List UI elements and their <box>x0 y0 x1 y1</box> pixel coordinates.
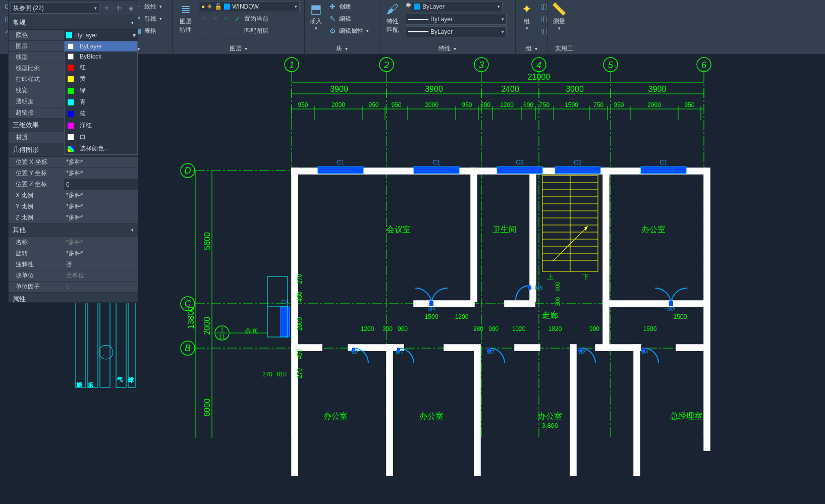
layer-panel-title: 图层 <box>230 45 242 52</box>
svg-text:13800: 13800 <box>187 307 195 329</box>
svg-text:3000: 3000 <box>566 85 584 93</box>
matchprops-button[interactable]: 🖌特性 匹配 <box>381 1 404 35</box>
ltype-dropdown[interactable]: ByLayer▾ <box>406 14 507 25</box>
svg-text:会议室: 会议室 <box>387 225 411 234</box>
svg-text:乐: 乐 <box>88 382 94 388</box>
color-option-选择颜色...[interactable]: 选择颜色... <box>65 143 137 154</box>
value-posz[interactable]: 0 <box>64 179 138 190</box>
svg-text:6000: 6000 <box>203 399 211 417</box>
value-blockunit: 无单位 <box>64 270 138 281</box>
ribbon-panel-layer: ≣图层 特性 ● ☀ 🔓 WINDOW ▾ ≣≣≣✓置为当前 ≣≣≣≣匹配图层 … <box>173 0 305 54</box>
svg-text:2000: 2000 <box>332 101 345 108</box>
lweight-dropdown[interactable]: ByLayer▾ <box>406 26 507 37</box>
color-dropdown[interactable]: ByLayer▾ <box>412 1 503 12</box>
layerprops-button[interactable]: ≣图层 特性 <box>175 1 197 35</box>
edit-button[interactable]: ✎编辑 <box>327 13 370 24</box>
svg-text:M4: M4 <box>427 306 435 312</box>
value-scalex[interactable]: *多种* <box>64 190 138 201</box>
group-ext1[interactable]: ◫ <box>538 1 549 12</box>
layer-dropdown[interactable]: ● ☀ 🔓 WINDOW ▾ <box>199 1 300 12</box>
group-ext2[interactable]: ◫ <box>538 13 549 24</box>
color-option-ByBlock[interactable]: ByBlock <box>65 51 137 62</box>
props-tool-3[interactable]: ◈ <box>126 3 136 13</box>
color-option-青[interactable]: 青 <box>65 96 137 108</box>
value-scaley[interactable]: *多种* <box>64 201 138 212</box>
svg-text:球: 球 <box>129 377 134 383</box>
properties-panel: 块参照 (22)▾ ✧ ✢ ◈ 常规▾ 颜色 ByLayer▾ ByLayerB… <box>8 0 138 303</box>
colorwheel-icon[interactable]: ◉ <box>406 1 411 12</box>
selection-dropdown[interactable]: 块参照 (22)▾ <box>11 3 99 14</box>
svg-text:950: 950 <box>614 101 624 108</box>
svg-rect-82 <box>515 345 540 351</box>
props-tool-2[interactable]: ✢ <box>114 3 124 13</box>
svg-text:M2: M2 <box>577 349 585 355</box>
color-option-蓝[interactable]: 蓝 <box>65 108 137 120</box>
group-general[interactable]: 常规▾ <box>9 16 138 30</box>
svg-text:900: 900 <box>488 325 499 332</box>
svg-text:走廊: 走廊 <box>542 311 558 319</box>
svg-rect-77 <box>603 168 609 345</box>
value-color[interactable]: ByLayer▾ ByLayerByBlock红黄绿青蓝洋红白选择颜色... <box>64 30 138 40</box>
create-button[interactable]: ✚创建 <box>327 1 370 12</box>
svg-rect-86 <box>505 301 535 307</box>
svg-text:6: 6 <box>701 60 707 70</box>
svg-text:4: 4 <box>536 60 541 70</box>
color-option-ByLayer[interactable]: ByLayer <box>65 41 137 51</box>
measure-icon: 📏 <box>552 2 566 16</box>
setcurrent-button[interactable]: ≣≣≣✓置为当前 <box>199 13 302 24</box>
insert-button[interactable]: ⬒插入▾ <box>307 1 325 32</box>
svg-text:M2: M2 <box>667 306 675 312</box>
color-option-洋红[interactable]: 洋红 <box>65 120 137 131</box>
color-option-绿[interactable]: 绿 <box>65 85 137 96</box>
svg-rect-85 <box>414 301 474 307</box>
svg-rect-84 <box>676 345 706 351</box>
svg-text:810: 810 <box>277 371 287 378</box>
svg-text:D: D <box>185 165 191 176</box>
group-misc[interactable]: 其他▾ <box>9 223 138 237</box>
svg-text:270: 270 <box>296 368 303 378</box>
svg-text:办公室: 办公室 <box>538 412 562 420</box>
svg-rect-119 <box>528 286 531 290</box>
group-ext3[interactable]: ◫ <box>538 25 549 36</box>
svg-text:1500: 1500 <box>643 325 657 332</box>
svg-text:900: 900 <box>398 325 408 332</box>
svg-rect-93 <box>318 166 363 174</box>
value-scalez[interactable]: *多种* <box>64 212 138 223</box>
insert-icon: ⬒ <box>309 2 323 16</box>
props-panel-title: 特性 <box>438 45 451 52</box>
svg-text:1020: 1020 <box>512 325 526 332</box>
create-icon: ✚ <box>328 2 337 11</box>
group-attr[interactable]: 属性 <box>9 293 138 303</box>
svg-text:M2: M2 <box>486 349 494 355</box>
svg-rect-97 <box>497 166 542 174</box>
value-name: *多种* <box>64 237 138 248</box>
util-panel-title: 实用工 <box>555 45 573 52</box>
svg-text:2: 2 <box>383 60 389 70</box>
svg-text:C1: C1 <box>659 159 668 166</box>
block-panel-title: 块 <box>336 45 342 52</box>
matchlayer-button[interactable]: ≣≣≣≣匹配图层 <box>199 25 302 36</box>
svg-rect-107 <box>669 301 673 306</box>
color-option-黄[interactable]: 黄 <box>65 73 137 85</box>
editattr-button[interactable]: ⚙编辑属性▾ <box>327 25 370 36</box>
measure-button[interactable]: 📏测量▾ <box>550 1 568 32</box>
group-button[interactable]: ✦组▾ <box>518 1 536 32</box>
svg-rect-91 <box>570 345 576 476</box>
svg-text:950: 950 <box>298 101 308 108</box>
value-posy[interactable]: *多种* <box>64 168 138 179</box>
color-dropdown-list: ByLayerByBlock红黄绿青蓝洋红白选择颜色... <box>64 41 138 155</box>
svg-text:M2: M2 <box>350 349 358 355</box>
value-posx[interactable]: *多种* <box>64 157 138 167</box>
color-option-白[interactable]: 白 <box>65 131 137 143</box>
svg-text:1500: 1500 <box>565 101 578 108</box>
value-annotative[interactable]: 否 <box>64 259 138 270</box>
svg-text:上: 上 <box>547 273 554 281</box>
label-name: 名称 <box>9 238 64 247</box>
svg-text:950: 950 <box>368 101 378 108</box>
svg-text:750: 750 <box>593 101 603 108</box>
label-scalex: X 比例 <box>9 191 64 200</box>
svg-rect-182 <box>76 302 86 387</box>
value-rotation[interactable]: *多种* <box>64 248 138 259</box>
props-tool-1[interactable]: ✧ <box>101 3 112 13</box>
color-option-红[interactable]: 红 <box>65 62 137 73</box>
